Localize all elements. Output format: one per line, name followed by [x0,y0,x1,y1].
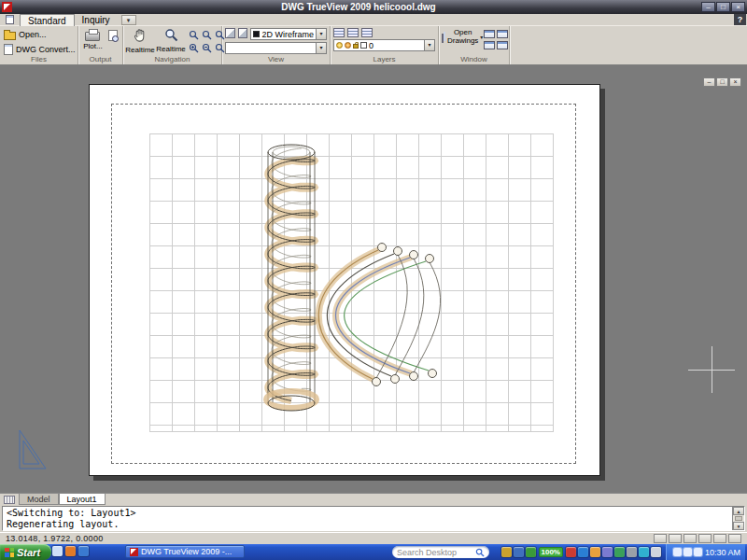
command-window: <Switching to: Layout1> Regenerating lay… [0,505,747,532]
command-line-2: Regenerating layout. [7,519,729,530]
network-icon[interactable] [578,547,588,557]
updates-icon[interactable] [590,547,600,557]
window-group-row: Open Drawings ▾ [442,28,506,51]
zoom-in-button[interactable] [188,42,200,54]
toolbar-overflow-icon[interactable]: ▾ [121,15,136,25]
named-view-combobox[interactable]: ▾ [225,42,327,54]
view-cube-icon[interactable] [225,28,235,38]
command-scrollbar[interactable]: ▲ ▼ [732,507,744,530]
tab-inquiry[interactable]: Inquiry [75,14,118,26]
window-group-label: Window [439,55,509,63]
tablet-icon[interactable] [501,547,512,557]
network-status-icon[interactable] [684,548,692,556]
tray-right [566,547,661,557]
status-bar: 13.0148, 1.9722, 0.0000 [0,532,747,544]
layer-states-icon[interactable] [347,28,359,37]
doc-close-button[interactable]: × [729,77,741,87]
visual-style-value: 2D Wireframe [261,30,314,39]
cascade-windows-icon[interactable] [484,30,495,38]
tab-standard[interactable]: Standard [20,14,75,26]
taskbar: Start DWG TrueView 2009 -... 100% 10:30 … [0,544,747,560]
show-desktop-icon[interactable] [52,546,63,556]
scroll-up-icon[interactable]: ▲ [733,507,744,515]
help-button[interactable]: ? [734,14,746,25]
antivirus-icon[interactable] [566,547,576,557]
drawing-area[interactable]: – □ × [0,65,747,493]
task-button-label: DWG TrueView 2009 -... [141,547,232,556]
tab-model[interactable]: Model [19,494,59,505]
named-view-dropdown-icon[interactable]: ▾ [316,43,326,53]
safely-remove-icon[interactable] [694,548,702,556]
messenger-icon[interactable] [639,547,649,557]
navigation-buttons: Realtime Realtime [126,28,218,54]
battery-indicator[interactable]: 100% [539,547,563,557]
zoom-previous-button[interactable] [201,29,213,41]
layer-properties-icon[interactable] [333,28,345,37]
paper-space-button[interactable] [654,534,667,543]
start-button[interactable]: Start [0,544,51,560]
sync-icon[interactable] [602,547,613,557]
layer-name-value: 0 [369,41,422,50]
clock-icons [673,548,702,556]
layer-dropdown-icon[interactable]: ▾ [424,40,434,50]
tab-layout1[interactable]: Layout1 [59,494,106,505]
scroll-down-icon[interactable]: ▼ [733,522,744,530]
power-icon[interactable] [651,547,661,557]
layout-paper[interactable] [89,84,600,476]
plot-preview-button[interactable] [107,28,120,43]
viewport-previous-button[interactable] [684,534,697,543]
visual-style-combobox[interactable]: 2D Wireframe ▾ [250,28,327,40]
search-magnifier-icon[interactable] [475,548,485,557]
status-settings-button[interactable] [713,534,726,543]
command-history[interactable]: <Switching to: Layout1> Regenerating lay… [2,506,745,531]
clean-screen-button[interactable] [728,534,741,543]
open-drawings-label: Open Drawings [447,28,478,45]
titlebar: DWG TrueView 2009 helicoool.dwg – □ × [0,0,747,14]
visual-style-dropdown-icon[interactable]: ▾ [316,29,326,39]
layer-isolate-icon[interactable] [361,28,373,37]
removable-device-icon[interactable] [627,547,637,557]
view-top-row: 2D Wireframe ▾ [225,28,327,40]
app-logo-icon [2,2,12,12]
audio-icon[interactable] [526,547,536,557]
coordinates-readout: 13.0148, 1.9722, 0.0000 [6,534,104,543]
doc-minimize-button[interactable]: – [703,77,715,87]
open-drawings-button[interactable]: Open Drawings ▾ [442,28,481,45]
dwg-convert-button[interactable]: DWG Convert... [3,43,75,56]
system-tray: 100% 10:30 AM [501,544,747,560]
tile-horizontal-icon[interactable] [497,30,508,38]
view-group-label: View [222,55,330,63]
quick-app-icon[interactable] [65,546,76,556]
doc-restore-button[interactable]: □ [716,77,728,87]
toolbar: Open... DWG Convert... Files Plot... Out [0,26,747,65]
annotation-scale-button[interactable] [698,534,712,543]
view-controls: 2D Wireframe ▾ ▾ [225,28,327,54]
browser-icon[interactable] [78,546,89,556]
plot-button[interactable]: Plot... [81,28,105,50]
open-button[interactable]: Open... [3,28,75,41]
layout-tab-bar: Model Layout1 [0,493,747,505]
scroll-thumb[interactable] [735,516,742,521]
zoom-out-button[interactable] [201,42,213,54]
layout-nav-icon[interactable] [4,496,15,504]
security-shield-icon[interactable] [614,547,625,557]
zoom-realtime-button[interactable]: Realtime [157,28,185,53]
layer-combobox[interactable]: 0 ▾ [333,39,435,51]
document-menu-icon[interactable] [6,15,14,24]
tile-vertical-icon[interactable] [484,41,495,49]
pan-realtime-button[interactable]: Realtime [126,28,154,54]
maximize-button[interactable]: □ [716,2,730,12]
zoom-window-button[interactable] [188,29,200,41]
toolbar-group-layers: 0 ▾ Layers [331,26,439,64]
close-button[interactable]: × [731,2,745,12]
orbit-icon[interactable] [238,28,248,38]
zoom-label: Realtime [156,45,186,53]
search-input[interactable] [397,548,475,557]
taskbar-app-button[interactable]: DWG TrueView 2009 -... [125,545,245,558]
minimize-button[interactable]: – [701,2,715,12]
volume-icon[interactable] [673,548,682,556]
layers-group-label: Layers [331,55,438,63]
maximize-viewport-button[interactable] [669,534,682,543]
arrange-icons-icon[interactable] [497,41,508,49]
display-icon[interactable] [514,547,524,557]
